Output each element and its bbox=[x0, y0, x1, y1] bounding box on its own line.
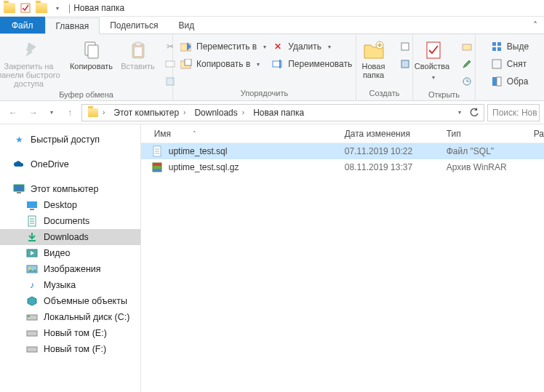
history-button[interactable] bbox=[458, 73, 476, 89]
select-all-button[interactable]: Выде bbox=[488, 39, 532, 55]
easy-access-button[interactable] bbox=[396, 56, 414, 72]
svg-rect-17 bbox=[463, 44, 471, 50]
tree-drive-c[interactable]: Локальный диск (C:) bbox=[0, 309, 140, 325]
tree-drive-f-label: Новый том (F:) bbox=[44, 344, 106, 354]
new-item-button[interactable] bbox=[396, 39, 414, 55]
tree-downloads-label: Downloads bbox=[44, 232, 89, 242]
ribbon-collapse-icon[interactable]: ˄ bbox=[527, 17, 544, 33]
edit-button[interactable] bbox=[458, 56, 476, 72]
tab-home[interactable]: Главная bbox=[45, 17, 100, 34]
tree-desktop[interactable]: Desktop bbox=[0, 197, 140, 213]
nav-forward-button[interactable]: → bbox=[25, 104, 42, 121]
tree-this-pc-label: Этот компьютер bbox=[31, 184, 98, 194]
delete-label: Удалить bbox=[288, 41, 321, 52]
tree-videos-label: Видео bbox=[44, 248, 71, 258]
nav-back-button[interactable]: ← bbox=[4, 104, 22, 121]
copy-path-icon bbox=[164, 58, 176, 70]
qat-properties-icon[interactable] bbox=[17, 1, 33, 15]
copy-to-label: Копировать в bbox=[196, 59, 250, 69]
tree-drive-f[interactable]: Новый том (F:) bbox=[0, 341, 140, 357]
tree-drive-e[interactable]: Новый том (E:) bbox=[0, 325, 140, 341]
crumb-folder-label: Новая папка bbox=[253, 108, 304, 118]
refresh-button[interactable] bbox=[468, 104, 481, 121]
select-all-icon bbox=[491, 41, 503, 52]
title-separator: | bbox=[68, 3, 71, 13]
crumb-downloads-label: Downloads bbox=[194, 108, 237, 118]
delete-button[interactable]: ✕ Удалить▾ bbox=[269, 39, 355, 55]
crumb-this-pc[interactable]: Этот компьютер› bbox=[111, 105, 190, 121]
properties-button[interactable]: Свойства ▾ bbox=[413, 37, 454, 82]
tree-onedrive[interactable]: OneDrive bbox=[0, 156, 140, 172]
column-name[interactable]: Имя˄ bbox=[141, 129, 345, 139]
tab-file[interactable]: Файл bbox=[0, 17, 45, 33]
copy-button[interactable]: Копировать bbox=[68, 37, 115, 71]
crumb-root-icon[interactable]: › bbox=[85, 105, 109, 121]
nav-up-button[interactable]: ↑ bbox=[61, 104, 79, 121]
svg-rect-4 bbox=[135, 42, 141, 46]
paste-button[interactable]: Вставить bbox=[119, 37, 157, 71]
tree-documents[interactable]: Documents bbox=[0, 213, 140, 229]
tab-share[interactable]: Поделиться bbox=[100, 17, 168, 33]
pin-to-quick-access-button[interactable]: Закрепить на панели быстрого доступа bbox=[0, 37, 64, 88]
file-name: uptime_test.sql.gz bbox=[169, 162, 239, 172]
tree-downloads[interactable]: Downloads bbox=[0, 229, 140, 245]
drive-icon bbox=[26, 327, 38, 339]
drive-icon bbox=[26, 311, 38, 323]
tree-music[interactable]: ♪Музыка bbox=[0, 277, 140, 293]
paste-shortcut-button[interactable] bbox=[161, 73, 179, 89]
chevron-down-icon: ▾ bbox=[263, 44, 266, 50]
nav-bar: ← → ▾ ↑ › Этот компьютер› Downloads› Нов… bbox=[0, 101, 544, 124]
copy-to-icon bbox=[180, 58, 192, 70]
tab-view[interactable]: Вид bbox=[168, 17, 204, 33]
group-open: Свойства ▾ Открыть bbox=[413, 34, 476, 100]
history-icon bbox=[461, 76, 473, 87]
tree-quick-access[interactable]: ★ Быстрый доступ bbox=[0, 132, 140, 148]
tree-this-pc[interactable]: Этот компьютер bbox=[0, 181, 140, 197]
address-bar[interactable]: › Этот компьютер› Downloads› Новая папка… bbox=[81, 104, 484, 121]
column-size[interactable]: Ра bbox=[534, 129, 544, 139]
search-input[interactable]: Поиск: Нов bbox=[487, 104, 540, 121]
tree-3d-objects[interactable]: Объемные объекты bbox=[0, 293, 140, 309]
file-date: 08.11.2019 13:37 bbox=[345, 162, 447, 172]
move-to-button[interactable]: Переместить в▾ bbox=[177, 39, 269, 55]
nav-recent-button[interactable]: ▾ bbox=[45, 104, 58, 121]
tree-videos[interactable]: Видео bbox=[0, 245, 140, 261]
file-row[interactable]: uptime_test.sql.gz08.11.2019 13:37Архив … bbox=[141, 159, 544, 175]
open-icon bbox=[461, 41, 473, 52]
cloud-icon bbox=[13, 159, 25, 170]
copy-path-button[interactable] bbox=[161, 56, 179, 72]
qat-customize-icon[interactable]: ▾ bbox=[49, 1, 65, 15]
rename-button[interactable]: Переименовать bbox=[269, 56, 355, 72]
qat-new-folder-icon[interactable] bbox=[33, 1, 49, 15]
drive-icon bbox=[26, 343, 38, 355]
paste-icon bbox=[127, 40, 150, 60]
open-button[interactable] bbox=[458, 39, 476, 55]
invert-selection-button[interactable]: Обра bbox=[488, 73, 532, 89]
downloads-icon bbox=[26, 231, 38, 243]
new-folder-button[interactable]: Новая папка bbox=[356, 37, 392, 79]
copy-label: Копировать bbox=[70, 62, 113, 71]
crumb-downloads[interactable]: Downloads› bbox=[191, 105, 249, 121]
tree-pictures-label: Изображения bbox=[44, 264, 101, 274]
cut-button[interactable]: ✂ bbox=[161, 39, 179, 55]
address-dropdown-button[interactable]: ▾ bbox=[453, 104, 466, 121]
nav-tree: ★ Быстрый доступ OneDrive Этот компьютер… bbox=[0, 124, 141, 392]
tree-pictures[interactable]: Изображения bbox=[0, 261, 140, 277]
svg-rect-25 bbox=[497, 77, 501, 86]
ribbon: Закрепить на панели быстрого доступа Коп… bbox=[0, 34, 544, 101]
music-icon: ♪ bbox=[26, 279, 38, 291]
column-name-label: Имя bbox=[154, 129, 171, 139]
file-row[interactable]: uptime_test.sql07.11.2019 10:22Файл "SQL… bbox=[141, 143, 544, 159]
column-type[interactable]: Тип bbox=[447, 129, 534, 139]
new-item-column bbox=[396, 37, 414, 72]
group-open-label: Открыть bbox=[417, 89, 471, 99]
qat-folder-icon[interactable] bbox=[1, 1, 17, 15]
column-date[interactable]: Дата изменения bbox=[345, 129, 447, 139]
svg-rect-15 bbox=[401, 60, 409, 68]
copy-to-button[interactable]: Копировать в▾ bbox=[177, 56, 269, 72]
crumb-folder[interactable]: Новая папка bbox=[250, 105, 307, 121]
select-none-button[interactable]: Снят bbox=[488, 56, 532, 72]
main-area: ★ Быстрый доступ OneDrive Этот компьютер… bbox=[0, 124, 544, 392]
svg-rect-22 bbox=[497, 47, 501, 51]
sort-ascending-icon: ˄ bbox=[193, 130, 196, 137]
